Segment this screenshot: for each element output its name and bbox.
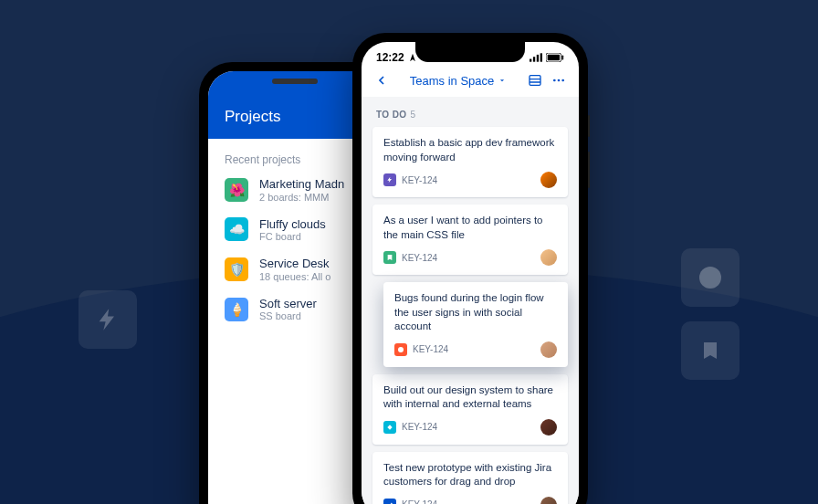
more-icon[interactable] — [551, 73, 566, 88]
project-name: Fluffy clouds — [259, 217, 326, 232]
issue-card[interactable]: As a user I want to add pointers to the … — [372, 205, 568, 275]
back-header-title: Projects — [225, 108, 280, 125]
project-meta: 2 boards: MMM — [259, 192, 344, 203]
project-meta: SS board — [259, 310, 317, 321]
recent-projects-label: Recent projects — [225, 153, 365, 166]
issue-key: KEY-124 — [413, 344, 448, 354]
bug-icon — [394, 343, 407, 356]
decorative-tile-circle — [681, 248, 739, 307]
svg-rect-2 — [537, 55, 539, 62]
avatar — [540, 249, 557, 266]
issue-card[interactable]: Build out our design system to share wit… — [372, 374, 568, 445]
card-title: Test new prototype with existing Jira cu… — [383, 461, 557, 489]
card-title: As a user I want to add pointers to the … — [383, 214, 557, 242]
project-icon: 🛡️ — [225, 257, 248, 281]
project-row[interactable]: 🌺 Marketing Madn 2 boards: MMM — [225, 177, 365, 203]
avatar — [540, 341, 557, 358]
column-count: 5 — [410, 110, 415, 120]
status-time: 12:22 — [376, 51, 404, 64]
svg-rect-6 — [562, 56, 564, 60]
epic-icon — [383, 173, 396, 186]
project-row[interactable]: 🍦 Soft server SS board — [225, 297, 365, 322]
decorative-tile-lightning — [79, 290, 137, 349]
issue-card[interactable]: Establish a basic app dev framework movi… — [372, 127, 568, 197]
svg-point-12 — [561, 79, 564, 82]
svg-point-11 — [558, 79, 561, 82]
column-header: TO DO5 — [376, 110, 564, 120]
issue-key: KEY-124 — [402, 175, 437, 185]
project-name: Soft server — [259, 297, 317, 311]
board-title: Teams in Space — [410, 74, 495, 88]
battery-icon — [546, 53, 564, 62]
avatar — [540, 497, 557, 504]
project-meta: FC board — [259, 231, 326, 242]
issue-key: KEY-124 — [402, 499, 437, 504]
card-title: Bugs found during the login flow the use… — [394, 291, 557, 334]
svg-rect-1 — [533, 57, 535, 61]
project-row[interactable]: ☁️ Fluffy clouds FC board — [225, 217, 365, 243]
avatar — [540, 172, 557, 188]
columns-icon[interactable] — [528, 73, 542, 88]
issue-key: KEY-124 — [402, 253, 437, 263]
project-name: Marketing Madn — [259, 177, 344, 192]
project-row[interactable]: 🛡️ Service Desk 18 queues: All o — [225, 257, 365, 282]
nav-bar: Teams in Space — [362, 68, 579, 97]
caret-down-icon — [498, 76, 507, 85]
phone-front: 12:22 Teams in Space TO DO5 — [352, 33, 588, 504]
svg-point-10 — [553, 79, 556, 82]
issue-card-dragging[interactable]: Bugs found during the login flow the use… — [383, 282, 568, 367]
avatar — [540, 419, 557, 436]
card-title: Build out our design system to share wit… — [383, 383, 557, 412]
project-icon: ☁️ — [225, 217, 248, 241]
story-icon — [383, 251, 396, 264]
svg-rect-0 — [530, 59, 531, 62]
card-title: Establish a basic app dev framework movi… — [383, 136, 557, 164]
project-meta: 18 queues: All o — [259, 271, 330, 282]
project-name: Service Desk — [259, 257, 330, 271]
svg-rect-5 — [548, 55, 560, 61]
change-icon — [383, 421, 396, 434]
task-icon — [383, 499, 396, 504]
issue-card[interactable]: Test new prototype with existing Jira cu… — [372, 452, 568, 504]
decorative-tile-bookmark — [681, 321, 739, 380]
svg-rect-7 — [530, 76, 540, 86]
back-icon[interactable] — [374, 73, 389, 88]
column-label: TO DO — [376, 110, 406, 120]
svg-rect-3 — [540, 53, 542, 61]
signal-icon — [530, 53, 542, 62]
project-icon: 🍦 — [225, 298, 248, 321]
project-icon: 🌺 — [225, 178, 248, 202]
issue-key: KEY-124 — [402, 422, 437, 432]
board-selector[interactable]: Teams in Space — [410, 74, 508, 88]
